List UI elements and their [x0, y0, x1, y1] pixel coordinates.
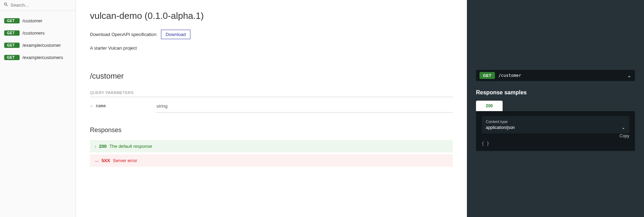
- responses-heading: Responses: [90, 126, 453, 134]
- method-badge: GET: [4, 30, 20, 36]
- response-5xx[interactable]: — 5XX Server error: [90, 154, 453, 167]
- sample-box: Content type application/json ⌄ Copy { }: [476, 111, 635, 151]
- method-badge: GET: [4, 18, 20, 23]
- response-desc: Server error: [113, 158, 137, 163]
- content-type-label: Content type: [486, 120, 625, 124]
- samples-panel: GET /customer ⌄ Response samples 200 Con…: [467, 0, 644, 217]
- sidebar-item-label: /example/customers: [22, 55, 63, 60]
- method-badge: GET: [4, 43, 20, 48]
- sidebar-item-example-customers[interactable]: GET /example/customers: [0, 51, 76, 64]
- search-icon: [4, 2, 8, 8]
- param-row: ⇢ name string: [90, 103, 453, 113]
- response-samples-heading: Response samples: [476, 89, 635, 96]
- response-code: 200: [99, 144, 107, 149]
- content-type-selector[interactable]: Content type application/json ⌄: [482, 116, 629, 133]
- method-badge: GET: [4, 55, 20, 60]
- endpoint-path: /customer: [498, 73, 624, 78]
- download-button[interactable]: Download: [161, 30, 190, 39]
- response-200[interactable]: › 200 The default response: [90, 140, 453, 152]
- json-body: { }: [482, 141, 629, 146]
- chevron-down-icon: ⌄: [627, 73, 631, 78]
- chevron-down-icon: ⌄: [622, 125, 625, 130]
- search-container: [0, 0, 76, 10]
- project-description: A starter Vulcan project: [90, 45, 453, 51]
- endpoint-title: /customer: [90, 72, 453, 81]
- spec-label: Download OpenAPI specification:: [90, 32, 158, 37]
- main-content: vulcan-demo (0.1.0-alpha.1) Download Ope…: [76, 0, 467, 217]
- dash-icon: —: [95, 159, 99, 163]
- response-code: 5XX: [102, 158, 110, 163]
- page-title: vulcan-demo (0.1.0-alpha.1): [90, 10, 453, 21]
- sidebar-item-label: /customer: [22, 18, 42, 23]
- sidebar-item-customers[interactable]: GET /customers: [0, 27, 76, 39]
- sidebar: GET /customer GET /customers GET /exampl…: [0, 0, 76, 217]
- search-input[interactable]: [10, 2, 72, 8]
- param-type: string: [156, 103, 453, 113]
- param-name: name: [96, 103, 106, 108]
- sidebar-item-label: /example/customer: [22, 43, 61, 48]
- query-params-label: QUERY PARAMETERS: [90, 91, 453, 97]
- content-type-value: application/json: [486, 125, 515, 130]
- nav-list: GET /customer GET /customers GET /exampl…: [0, 10, 76, 64]
- param-arrow-icon: ⇢: [90, 104, 92, 108]
- sidebar-item-example-customer[interactable]: GET /example/customer: [0, 39, 76, 51]
- sidebar-item-label: /customers: [22, 30, 45, 36]
- copy-button[interactable]: Copy: [482, 133, 629, 138]
- tab-200[interactable]: 200: [476, 101, 503, 111]
- sidebar-item-customer[interactable]: GET /customer: [0, 15, 76, 27]
- param-name-cell: ⇢ name: [90, 103, 149, 108]
- spec-row: Download OpenAPI specification: Download: [90, 30, 453, 39]
- method-badge: GET: [479, 72, 495, 79]
- endpoint-bar[interactable]: GET /customer ⌄: [476, 70, 635, 81]
- chevron-right-icon: ›: [95, 144, 96, 149]
- response-desc: The default response: [109, 144, 152, 149]
